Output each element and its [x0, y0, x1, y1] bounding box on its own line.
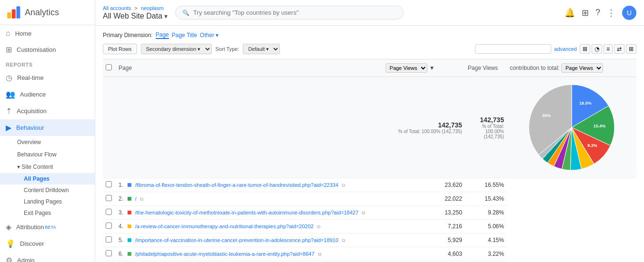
sidebar-item-audience[interactable]: 👥 Audience [0, 86, 95, 103]
pie-chart: 16.5%15.4%9.3%36% [524, 80, 619, 175]
dim-other[interactable]: Other ▾ [200, 32, 218, 39]
compare-view-icon[interactable]: ⇄ [614, 44, 624, 54]
pie-svg: 16.5%15.4%9.3%36% [524, 80, 619, 175]
row-pv-selector: 7,216 [383, 220, 465, 233]
sort-type-label: Sort Type: [216, 46, 239, 52]
row-page-link[interactable]: /the-hematologic-toxicity-of-methotrexat… [135, 210, 358, 215]
external-link-icon[interactable]: ⧉ [317, 224, 320, 229]
contrib-metric-select[interactable]: Page Views [561, 63, 603, 73]
row-page-link[interactable]: /philadelphiapositive-acute-myeloblastic… [135, 251, 315, 257]
external-link-icon[interactable]: ⧉ [342, 238, 345, 243]
dim-page[interactable]: Page [156, 31, 169, 39]
row-pv: 3.22% [465, 247, 507, 261]
col-page-header: Page [116, 59, 383, 77]
pv-metric-select[interactable]: Page Views [386, 63, 427, 73]
notifications-icon[interactable]: 🔔 [565, 8, 575, 18]
search-bar[interactable]: 🔍 [175, 6, 404, 19]
row-page-link[interactable]: /importance-of-vaccination-in-uterine-ca… [135, 237, 338, 243]
bar-view-icon[interactable]: ≡ [604, 44, 613, 54]
discover-icon: 💡 [6, 239, 15, 248]
sidebar-item-discover[interactable]: 💡 Discover [0, 235, 95, 252]
sidebar-sub-all-pages[interactable]: All Pages [0, 173, 95, 184]
row-checkbox[interactable] [106, 181, 112, 187]
row-page-cell: 3. /the-hematologic-toxicity-of-methotre… [116, 206, 383, 220]
row-checkbox[interactable] [106, 236, 112, 243]
external-link-icon[interactable]: ⧉ [318, 252, 321, 257]
sidebar-item-customisation-label: Customisation [17, 46, 56, 53]
row-color-dot [128, 197, 131, 201]
sort-desc-icon[interactable]: ▼ [429, 65, 435, 71]
sidebar-item-behaviour-label: Behaviour [16, 124, 44, 131]
sidebar-item-home[interactable]: ⌂ Home [0, 25, 95, 41]
sidebar-sub-landing-pages[interactable]: Landing Pages [0, 196, 95, 207]
property-selector[interactable]: All Web Site Data ▾ [103, 12, 168, 20]
grid-view-icon[interactable]: ⊞ [580, 44, 590, 54]
dim-page-title[interactable]: Page Title [172, 32, 197, 39]
sidebar-sub-overview[interactable]: Overview [0, 136, 95, 148]
external-link-icon[interactable]: ⧉ [140, 196, 143, 202]
total-pv: 142,735 [468, 116, 504, 124]
plot-rows-button[interactable]: Plot Rows [103, 44, 137, 54]
pie-slice-label: 16.5% [579, 101, 592, 106]
all-accounts-link[interactable]: All accounts [103, 5, 131, 11]
sidebar-item-admin-label: Admin [17, 257, 35, 262]
row-page-link[interactable]: /a-review-of-cancer-immunotherapy-and-nu… [135, 223, 314, 229]
sidebar-item-acquisition-label: Acquisition [17, 107, 47, 115]
row-color-dot [128, 183, 131, 187]
svg-rect-0 [7, 12, 11, 19]
sidebar-sub-site-content[interactable]: ▾ Site Content [0, 161, 95, 173]
reports-section-label: REPORTS [0, 58, 95, 69]
table-body: 1. /fibroma-of-flexor-tendon-sheath-of-f… [103, 178, 636, 262]
sidebar-sub-content-drilldown[interactable]: Content Drilldown [0, 184, 95, 196]
acquisition-icon: ⇡ [6, 107, 12, 116]
total-pv-sub: % of Total: 100.00% (142,735) [468, 124, 504, 139]
sidebar-item-customisation[interactable]: ⊞ Customisation [0, 41, 95, 58]
sidebar-sub-behaviour-flow[interactable]: Behaviour Flow [0, 148, 95, 161]
more-icon[interactable]: ⋮ [607, 8, 615, 18]
secondary-dimension-select[interactable]: Secondary dimension ▾ [141, 44, 212, 54]
toolbar: Plot Rows Secondary dimension ▾ Sort Typ… [103, 44, 636, 54]
row-page-link[interactable]: / [135, 196, 137, 202]
row-pv: 9.28% [465, 206, 507, 220]
search-input[interactable] [193, 9, 396, 16]
row-checkbox[interactable] [106, 250, 112, 256]
view-name: All Web Site Data [103, 12, 162, 20]
pivot-view-icon[interactable]: ⊞ [626, 44, 636, 54]
select-all-checkbox[interactable] [106, 64, 112, 70]
advanced-link[interactable]: advanced [554, 46, 577, 52]
row-color-dot [128, 252, 131, 256]
sidebar-item-attribution[interactable]: ◈ Attribution BETA [0, 219, 95, 235]
sort-type-select[interactable]: Default ▾ [243, 44, 280, 54]
row-page-cell: 4. /a-review-of-cancer-immunotherapy-and… [116, 220, 383, 233]
row-checkbox[interactable] [106, 195, 112, 201]
apps-icon[interactable]: ⊞ [582, 8, 589, 18]
row-checkbox[interactable] [106, 209, 112, 215]
user-avatar[interactable]: U [622, 6, 636, 20]
sidebar-item-admin[interactable]: ⚙ Admin [0, 252, 95, 262]
external-link-icon[interactable]: ⧉ [342, 183, 345, 188]
primary-dimension-bar: Primary Dimension: Page Page Title Other… [103, 31, 636, 39]
row-color-dot [128, 211, 131, 214]
sidebar-sub-exit-pages[interactable]: Exit Pages [0, 207, 95, 219]
row-number: 5. [119, 237, 123, 243]
sidebar-item-acquisition[interactable]: ⇡ Acquisition [0, 103, 95, 119]
help-icon[interactable]: ? [595, 8, 600, 18]
sidebar-item-realtime[interactable]: ◷ Real-time [0, 69, 95, 86]
sidebar-sub-exit-pages-label: Exit Pages [24, 210, 51, 216]
sidebar-sub-overview-label: Overview [17, 139, 41, 146]
row-number: 6. [119, 251, 123, 257]
row-checkbox[interactable] [106, 223, 112, 229]
row-page-link[interactable]: /fibroma-of-flexor-tendon-sheath-of-fing… [135, 182, 338, 188]
customisation-icon: ⊞ [6, 45, 12, 54]
row-number: 1. [119, 182, 123, 188]
table-search-input[interactable] [475, 44, 551, 54]
home-icon: ⌂ [6, 29, 10, 38]
account-breadcrumb: All accounts > neoplasm [103, 5, 168, 11]
external-link-icon[interactable]: ⧉ [362, 210, 365, 215]
sidebar-item-behaviour[interactable]: ▶ Behaviour [0, 119, 95, 136]
sidebar-sub-all-pages-label: All Pages [24, 175, 50, 182]
pie-view-icon[interactable]: ◔ [592, 44, 602, 54]
row-pv-selector: 23,620 [383, 178, 465, 192]
row-color-dot [128, 224, 131, 228]
sidebar-item-realtime-label: Real-time [17, 74, 44, 81]
